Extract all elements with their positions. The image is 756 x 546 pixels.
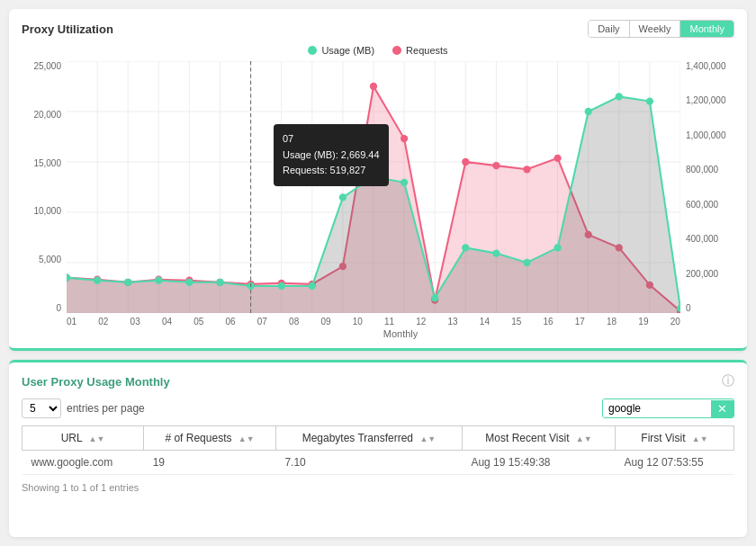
svg-point-42 <box>523 166 530 173</box>
svg-point-63 <box>492 249 500 256</box>
svg-point-59 <box>370 173 377 180</box>
col-url[interactable]: URL ▲▼ <box>22 426 144 451</box>
col-first[interactable]: First Visit ▲▼ <box>616 426 734 451</box>
x-axis: 01 02 03 04 05 06 07 08 09 10 11 12 13 1… <box>67 313 680 327</box>
svg-point-53 <box>185 279 193 286</box>
legend-requests-label: Requests <box>406 45 447 56</box>
table-header: User Proxy Usage Monthly ⓘ <box>22 373 734 389</box>
cell-requests: 19 <box>144 451 276 475</box>
legend-requests-dot <box>392 46 401 55</box>
legend-requests: Requests <box>392 45 447 56</box>
svg-point-54 <box>216 279 223 286</box>
svg-point-43 <box>554 155 561 162</box>
weekly-button[interactable]: Weekly <box>630 21 681 37</box>
svg-point-65 <box>554 244 561 251</box>
y-axis-right: 1,400,000 1,200,000 1,000,000 800,000 60… <box>680 61 734 313</box>
cell-url: www.google.com <box>22 451 144 475</box>
table-row: www.google.com197.10Aug 19 15:49:38Aug 1… <box>22 451 734 475</box>
sort-arrows-mb: ▲▼ <box>419 434 436 443</box>
chart-legend: Usage (MB) Requests <box>22 45 734 56</box>
table-header-row: URL ▲▼ # of Requests ▲▼ Megabytes Transf… <box>22 426 734 451</box>
search-input[interactable] <box>603 399 711 417</box>
legend-usage-dot <box>308 46 317 55</box>
search-box: ✕ <box>602 398 734 418</box>
svg-point-62 <box>462 244 469 251</box>
svg-point-67 <box>616 93 623 100</box>
svg-point-37 <box>370 83 377 90</box>
sort-arrows-first: ▲▼ <box>692 434 708 443</box>
svg-point-40 <box>462 158 469 166</box>
col-mb[interactable]: Megabytes Transferred ▲▼ <box>275 426 462 451</box>
legend-usage: Usage (MB) <box>308 45 374 56</box>
svg-point-68 <box>646 97 653 104</box>
search-clear-button[interactable]: ✕ <box>711 400 734 417</box>
sort-arrows-url: ▲▼ <box>89 434 105 443</box>
info-icon[interactable]: ⓘ <box>722 373 734 389</box>
chart-panel: Proxy Utilization Daily Weekly Monthly U… <box>9 9 747 351</box>
chart-area: 25,000 20,000 15,000 10,000 5,000 0 <box>22 61 734 313</box>
svg-point-38 <box>400 135 408 142</box>
svg-point-57 <box>309 282 316 290</box>
table-title: User Proxy Usage Monthly <box>22 375 170 389</box>
entries-select-group: 5 10 25 entries per page <box>22 398 145 418</box>
cell-mb: 7.10 <box>275 451 462 475</box>
table-controls: 5 10 25 entries per page ✕ <box>22 398 734 418</box>
chart-svg: 07 Usage (MB): 2,669.44 Requests: 519,82… <box>67 61 680 313</box>
svg-point-56 <box>278 282 285 290</box>
svg-point-52 <box>155 277 162 284</box>
cell-first: Aug 12 07:53:55 <box>616 451 734 475</box>
svg-point-61 <box>431 294 438 301</box>
chart-header: Proxy Utilization Daily Weekly Monthly <box>22 20 734 38</box>
x-axis-label: Monthly <box>67 328 734 339</box>
entries-per-page-select[interactable]: 5 10 25 <box>22 398 61 418</box>
svg-point-50 <box>94 277 101 284</box>
table-footer: Showing 1 to 1 of 1 entries <box>22 482 734 493</box>
chart-title: Proxy Utilization <box>22 22 113 36</box>
sort-arrows-recent: ▲▼ <box>576 434 592 443</box>
svg-point-51 <box>124 279 131 286</box>
legend-usage-label: Usage (MB) <box>321 45 374 56</box>
svg-point-41 <box>492 162 500 169</box>
svg-point-66 <box>585 108 592 115</box>
y-axis-left: 25,000 20,000 15,000 10,000 5,000 0 <box>22 61 67 313</box>
svg-point-64 <box>523 259 530 266</box>
time-range-buttons: Daily Weekly Monthly <box>588 20 734 38</box>
entries-label: entries per page <box>67 402 145 415</box>
sort-arrows-requests: ▲▼ <box>238 434 255 443</box>
cell-recent: Aug 19 15:49:38 <box>462 451 615 475</box>
col-requests[interactable]: # of Requests ▲▼ <box>144 426 276 451</box>
table-panel: User Proxy Usage Monthly ⓘ 5 10 25 entri… <box>9 360 747 537</box>
svg-point-60 <box>400 179 408 186</box>
col-recent[interactable]: Most Recent Visit ▲▼ <box>462 426 615 451</box>
monthly-button[interactable]: Monthly <box>680 21 734 37</box>
daily-button[interactable]: Daily <box>589 21 629 37</box>
data-table: URL ▲▼ # of Requests ▲▼ Megabytes Transf… <box>22 425 734 475</box>
svg-point-58 <box>339 193 346 201</box>
